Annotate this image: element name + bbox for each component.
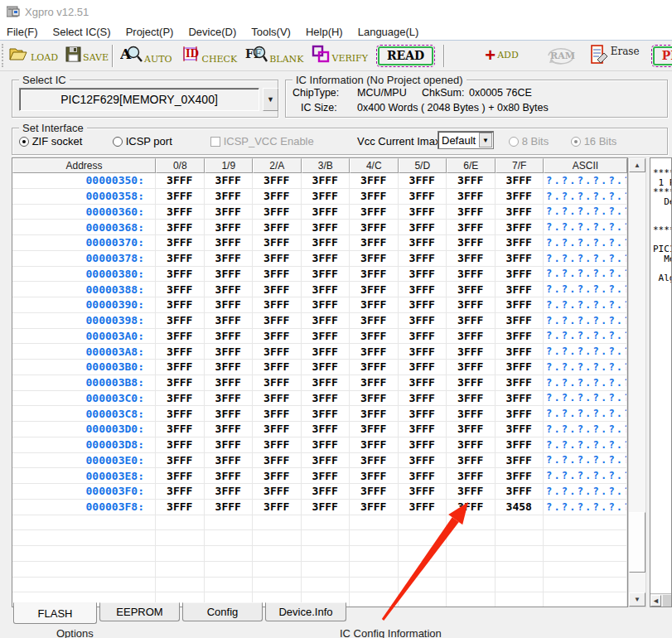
- hex-value-cell[interactable]: 3FFF: [205, 251, 254, 267]
- hex-body[interactable]: 00000350:3FFF3FFF3FFF3FFF3FFF3FFF3FFF3FF…: [12, 173, 627, 607]
- auto-button[interactable]: A AUTO: [120, 45, 172, 67]
- hex-value-cell[interactable]: 3FFF: [399, 406, 447, 422]
- hex-value-cell[interactable]: 3FFF: [350, 344, 399, 360]
- hex-value-cell[interactable]: 3FFF: [447, 468, 496, 484]
- hex-table-row[interactable]: [12, 546, 627, 562]
- hex-value-cell[interactable]: 3FFF: [253, 297, 302, 313]
- hex-table-row[interactable]: 000003E0:3FFF3FFF3FFF3FFF3FFF3FFF3FFF3FF…: [12, 453, 627, 469]
- hex-value-cell[interactable]: 3FFF: [156, 422, 205, 437]
- hex-value-cell[interactable]: 3FFF: [156, 313, 205, 329]
- hex-value-cell[interactable]: 3FFF: [253, 453, 302, 469]
- hex-value-cell[interactable]: 3FFF: [302, 344, 351, 360]
- hex-value-cell[interactable]: 3FFF: [156, 297, 205, 313]
- hex-value-cell[interactable]: 3FFF: [156, 344, 205, 360]
- hex-value-cell[interactable]: 3FFF: [205, 267, 254, 283]
- hex-value-cell[interactable]: 3FFF: [399, 205, 447, 220]
- hex-value-cell[interactable]: 3FFF: [156, 282, 205, 297]
- hex-value-cell[interactable]: 3FFF: [205, 205, 254, 220]
- hex-value-cell[interactable]: [253, 515, 302, 531]
- hex-value-cell[interactable]: 3FFF: [496, 282, 544, 297]
- hex-value-cell[interactable]: 3FFF: [447, 220, 496, 235]
- hex-value-cell[interactable]: 3FFF: [205, 344, 254, 360]
- hex-value-cell[interactable]: 3FFF: [496, 344, 544, 360]
- hex-value-cell[interactable]: 3FFF: [253, 205, 302, 220]
- hex-value-cell[interactable]: 3FFF: [156, 220, 205, 235]
- hex-value-cell[interactable]: 3FFF: [496, 453, 544, 469]
- hex-value-cell[interactable]: 3FFF: [447, 205, 496, 220]
- hex-value-cell[interactable]: 3FFF: [156, 251, 205, 267]
- hex-value-cell[interactable]: 3FFF: [205, 484, 254, 500]
- hex-value-cell[interactable]: 3FFF: [205, 282, 254, 297]
- hex-value-cell[interactable]: 3FFF: [399, 220, 447, 235]
- select-ic-dropdown-button[interactable]: ▼: [263, 88, 278, 111]
- hex-value-cell[interactable]: 3FFF: [253, 422, 302, 437]
- hex-value-cell[interactable]: [350, 530, 399, 546]
- hex-table-row[interactable]: 00000388:3FFF3FFF3FFF3FFF3FFF3FFF3FFF3FF…: [12, 282, 627, 297]
- hex-value-cell[interactable]: 3FFF: [302, 173, 351, 189]
- tab-flash[interactable]: FLASH: [13, 602, 97, 624]
- erase-button[interactable]: Erase: [590, 44, 640, 68]
- hex-value-cell[interactable]: 3FFF: [302, 437, 351, 453]
- hex-value-cell[interactable]: 3FFF: [253, 344, 302, 360]
- hex-value-cell[interactable]: 3FFF: [350, 313, 399, 329]
- hex-value-cell[interactable]: 3FFF: [447, 173, 496, 189]
- hex-value-cell[interactable]: 3FFF: [496, 422, 544, 437]
- hex-value-cell[interactable]: 3FFF: [156, 406, 205, 422]
- hex-value-cell[interactable]: 3FFF: [205, 313, 254, 329]
- hex-value-cell[interactable]: 3FFF: [447, 267, 496, 283]
- menu-item-help-h-[interactable]: Help(H): [298, 26, 351, 38]
- blank-button[interactable]: FF BLANK: [245, 45, 303, 67]
- save-button[interactable]: SAVE: [65, 46, 109, 65]
- hex-value-cell[interactable]: 3FFF: [399, 375, 447, 391]
- hex-value-cell[interactable]: 3FFF: [447, 453, 496, 469]
- hex-value-cell[interactable]: 3FFF: [302, 391, 351, 407]
- hex-value-cell[interactable]: [350, 562, 399, 578]
- hex-value-cell[interactable]: 3FFF: [302, 375, 351, 391]
- icsp-port-radio[interactable]: ICSP port: [113, 135, 172, 147]
- hex-value-cell[interactable]: 3FFF: [302, 360, 351, 375]
- bits16-radio[interactable]: 16 Bits: [571, 135, 616, 147]
- hex-value-cell[interactable]: 3FFF: [205, 391, 254, 407]
- hex-value-cell[interactable]: 3FFF: [253, 437, 302, 453]
- hex-table-row[interactable]: 00000358:3FFF3FFF3FFF3FFF3FFF3FFF3FFF3FF…: [12, 189, 627, 205]
- hex-value-cell[interactable]: 3FFF: [302, 251, 351, 267]
- hex-value-cell[interactable]: 3FFF: [447, 313, 496, 329]
- menu-item-select-ic-s-[interactable]: Select IC(S): [46, 26, 118, 38]
- hex-value-cell[interactable]: [496, 592, 544, 607]
- hex-value-cell[interactable]: 3FFF: [156, 267, 205, 283]
- icsp-vcc-checkbox[interactable]: ICSP_VCC Enable: [210, 135, 314, 147]
- hex-value-cell[interactable]: 3FFF: [205, 235, 254, 251]
- hex-value-cell[interactable]: 3FFF: [253, 468, 302, 484]
- hex-value-cell[interactable]: 3FFF: [350, 468, 399, 484]
- hex-value-cell[interactable]: 3FFF: [302, 235, 351, 251]
- load-button[interactable]: LOAD: [9, 46, 58, 65]
- hex-value-cell[interactable]: 3FFF: [350, 391, 399, 407]
- hex-value-cell[interactable]: 3FFF: [253, 220, 302, 235]
- hex-value-cell[interactable]: 3FFF: [447, 437, 496, 453]
- hex-value-cell[interactable]: 3FFF: [399, 282, 447, 297]
- hex-value-cell[interactable]: 3FFF: [447, 329, 496, 345]
- hex-value-cell[interactable]: [447, 546, 496, 562]
- hex-value-cell[interactable]: [302, 562, 351, 578]
- hex-value-cell[interactable]: 3FFF: [350, 484, 399, 500]
- hex-value-cell[interactable]: 3FFF: [350, 297, 399, 313]
- hex-value-cell[interactable]: 3FFF: [205, 173, 254, 189]
- hex-value-cell[interactable]: 3FFF: [496, 484, 544, 500]
- hex-value-cell[interactable]: 3FFF: [205, 437, 254, 453]
- hex-value-cell[interactable]: 3FFF: [253, 251, 302, 267]
- hex-value-cell[interactable]: 3FFF: [496, 329, 544, 345]
- hex-table-row[interactable]: 000003C0:3FFF3FFF3FFF3FFF3FFF3FFF3FFF3FF…: [12, 391, 627, 407]
- hex-value-cell[interactable]: 3FFF: [253, 406, 302, 422]
- hex-value-cell[interactable]: [496, 515, 544, 531]
- hex-value-cell[interactable]: 3FFF: [350, 422, 399, 437]
- hex-value-cell[interactable]: 3FFF: [253, 282, 302, 297]
- tab-eeprom[interactable]: EEPROM: [99, 602, 180, 621]
- hex-value-cell[interactable]: 3FFF: [205, 422, 254, 437]
- hex-value-cell[interactable]: 3FFF: [205, 500, 254, 515]
- hex-value-cell[interactable]: 3FFF: [302, 468, 351, 484]
- hex-value-cell[interactable]: [350, 592, 399, 607]
- hex-value-cell[interactable]: 3FFF: [447, 391, 496, 407]
- hex-value-cell[interactable]: 3FFF: [350, 329, 399, 345]
- hex-value-cell[interactable]: 3FFF: [496, 205, 544, 220]
- hex-value-cell[interactable]: 3FFF: [399, 235, 447, 251]
